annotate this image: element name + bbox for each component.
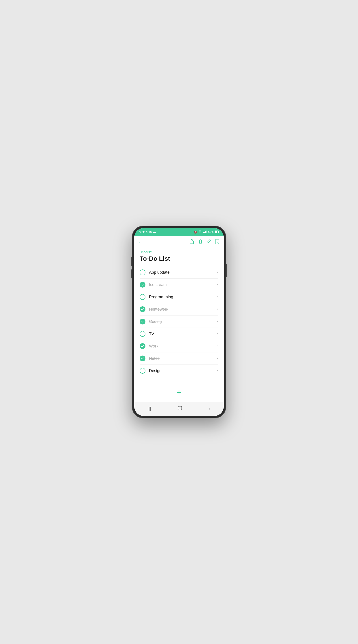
todo-text: TV [149,332,154,336]
status-bar: SKT 3:19 ••• 🔇 [134,228,224,236]
todo-item[interactable]: Homework· [140,303,218,316]
todo-text: Homework [149,307,168,312]
todo-item[interactable]: Programming· [140,291,218,303]
time-label: 3:19 [146,230,152,234]
mute-icon: 🔇 [194,230,197,234]
checkbox-checked[interactable] [140,356,145,361]
todo-item[interactable]: Design· [140,365,218,377]
todo-item[interactable]: Coding· [140,316,218,328]
status-right: 🔇 [194,230,219,234]
todo-more-button[interactable]: · [217,356,218,361]
svg-rect-0 [203,232,204,233]
todo-more-button[interactable]: · [217,270,218,275]
page-title: To-Do List [140,255,218,262]
todo-text: App update [149,270,170,275]
svg-rect-7 [178,406,182,410]
checkbox-checked[interactable] [140,306,145,312]
todo-item[interactable]: Ice cream· [140,278,218,291]
checkbox-empty[interactable] [140,331,145,337]
lock-icon[interactable] [189,239,194,245]
carrier-label: SKT [139,230,145,234]
top-nav: ‹ [134,236,224,248]
bookmark-icon[interactable] [215,239,219,245]
todo-item[interactable]: Notes· [140,352,218,365]
phone-screen: SKT 3:19 ••• 🔇 [134,228,224,416]
todo-more-button[interactable]: · [217,294,218,300]
checkbox-checked[interactable] [140,343,145,349]
plus-icon: + [177,388,181,396]
todo-more-button[interactable]: · [217,319,218,324]
todo-item[interactable]: App update· [140,266,218,278]
checkbox-checked[interactable] [140,319,145,324]
todo-text: Notes [149,356,160,361]
add-button[interactable]: + [174,388,184,397]
edit-icon[interactable] [207,239,211,245]
status-left: SKT 3:19 ••• [139,230,156,234]
nav-icon-group [189,239,219,245]
checkbox-empty[interactable] [140,368,145,374]
svg-rect-3 [206,230,207,233]
wifi-icon [198,230,202,234]
todo-item[interactable]: Work· [140,340,218,352]
todo-more-button[interactable]: · [217,282,218,287]
svg-rect-2 [205,231,206,233]
checkbox-empty[interactable] [140,270,145,275]
back-button[interactable]: ‹ [139,239,141,245]
bottom-nav: ||| ‹ [134,402,224,416]
battery-icon [215,230,219,234]
todo-item[interactable]: TV· [140,328,218,340]
trash-icon[interactable] [198,239,203,245]
system-back-button[interactable]: ‹ [204,405,215,412]
battery-label: 55% [208,230,213,234]
category-label: Checklist [140,250,218,254]
volume-up-button[interactable] [131,257,132,266]
todo-text: Design [149,368,162,373]
todo-text: Work [149,344,158,348]
add-section: + [134,383,224,402]
volume-down-button[interactable] [131,270,132,278]
todo-text: Coding [149,319,162,324]
todo-text: Programming [149,295,173,300]
signal-icon [203,230,207,234]
app-content: Checklist To-Do List App update·Ice crea… [134,248,224,383]
todo-more-button[interactable]: · [217,332,218,336]
checkbox-empty[interactable] [140,294,145,300]
svg-rect-1 [204,232,205,233]
todo-more-button[interactable]: · [217,307,218,312]
dots-label: ••• [153,230,156,234]
svg-rect-6 [190,241,194,244]
todo-more-button[interactable]: · [217,344,218,348]
todo-list: App update·Ice cream·Programming·Homewor… [140,266,218,383]
svg-rect-5 [215,231,217,233]
home-button[interactable] [173,405,187,412]
recent-apps-button[interactable]: ||| [143,405,156,412]
todo-more-button[interactable]: · [217,368,218,373]
power-button[interactable] [226,264,227,277]
checkbox-checked[interactable] [140,282,145,288]
phone-frame: SKT 3:19 ••• 🔇 [132,226,226,418]
todo-text: Ice cream [149,282,167,287]
